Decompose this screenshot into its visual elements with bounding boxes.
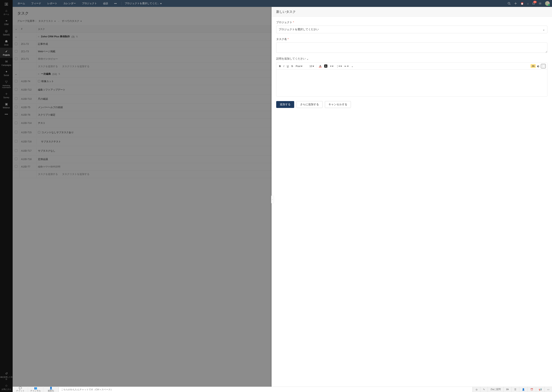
survey-icon: ✧	[5, 92, 8, 96]
sidebar-item-projects[interactable]: ✓ Projects	[0, 48, 13, 58]
sidebar-item-survey[interactable]: ✧ Survey	[0, 90, 13, 100]
more-button[interactable]: ⌄	[350, 64, 354, 68]
sidebar-item-more[interactable]: •••	[0, 111, 13, 118]
gear-icon[interactable]	[538, 2, 542, 5]
contact-icon: 👤	[43, 387, 58, 389]
project-field-label: プロジェクト *	[276, 21, 547, 24]
indent-button[interactable]: ⇤ ▾	[343, 64, 350, 68]
svg-point-1	[540, 3, 540, 4]
nav-project[interactable]: プロジェクト	[79, 0, 99, 7]
description-toggle[interactable]: 説明を追加してください ⌄	[276, 57, 547, 61]
fullscreen-button[interactable]: ⛶	[541, 64, 546, 68]
bb-zia-icon[interactable]: ZA	[503, 387, 511, 392]
panel-title: 新しいタスク	[272, 7, 552, 17]
font-size-select[interactable]: 13 ▾	[308, 64, 315, 68]
sidebar-collapse-icon[interactable]	[0, 1, 13, 7]
italic-button[interactable]: I	[282, 64, 285, 68]
sidebar-item-label: Marketing Automation	[0, 84, 13, 89]
bb-user-icon[interactable]: 👤	[519, 387, 527, 392]
bottombar-tabs: 💬 チャット 👥 チャンネル 👤 連絡先	[13, 386, 59, 392]
salesiq-icon: ◎	[5, 29, 8, 33]
app-root: ⌂ ホーム ⚭ CRM ◎ SalesIQ ☗ Desk ✓ Projects …	[0, 0, 552, 392]
notification-badge: 50	[533, 1, 537, 3]
task-name-label: タスク名 *	[276, 37, 547, 41]
channel-icon: 👥	[28, 387, 43, 389]
desk-icon: ☗	[5, 39, 8, 43]
sidebar-item-home[interactable]: ⌂ ホーム	[0, 7, 13, 17]
nav-more[interactable]: •••	[112, 0, 120, 7]
bb-tab-contacts[interactable]: 👤 連絡先	[43, 386, 59, 392]
quick-chat-input[interactable]	[59, 387, 473, 392]
sidebar-item-label: Survey	[3, 97, 9, 99]
sidebar-item-crm[interactable]: ⚭ CRM	[0, 17, 13, 27]
chevron-down-icon: ▾	[347, 65, 349, 68]
project-select-input[interactable]: プロジェクトを選択してください ⌄	[276, 26, 547, 33]
add-button[interactable]: 追加する	[276, 101, 294, 108]
sidebar-item-label: ホーム	[3, 13, 9, 15]
sidebar-item-favorites[interactable]: ☆ お気に入り	[0, 382, 13, 392]
more-icon: •••	[5, 112, 8, 116]
plus-icon[interactable]	[514, 2, 517, 5]
bold-button[interactable]: B	[278, 64, 282, 68]
nav-conversation[interactable]: 会話	[100, 0, 111, 7]
chevron-down-icon: ⌄	[306, 57, 309, 60]
nav-calendar[interactable]: カレンダー	[61, 0, 78, 7]
sidebar-item-webinar[interactable]: ▣ Webinar	[0, 100, 13, 111]
avatar[interactable]	[545, 1, 550, 6]
align-button[interactable]: ≡ ▾	[329, 64, 335, 68]
sidebar-item-label: Webinar	[3, 107, 10, 109]
sidebar-item-label: お気に入り	[1, 388, 11, 391]
nav-home[interactable]: ホーム	[15, 0, 28, 7]
chevron-down-icon: ▾	[160, 2, 162, 5]
add-more-button[interactable]: さらに追加する	[297, 101, 323, 108]
bb-tab-chat[interactable]: 💬 チャット	[13, 386, 28, 392]
sidebar-item-social[interactable]: ✦ Social	[0, 68, 13, 78]
underline-button[interactable]: U	[286, 64, 290, 68]
rich-text-editor: B I U S Puvi ▾ 13 ▾ A A ≡ ▾	[276, 63, 547, 97]
bb-target-icon[interactable]: ◎	[473, 387, 480, 392]
bb-speaker-icon[interactable]: 📢	[536, 387, 544, 392]
shop-icon[interactable]: ⌂	[527, 2, 529, 5]
sidebar-item-label: SalesIQ	[3, 34, 10, 36]
chevron-down-icon: ▾	[332, 65, 333, 68]
alarm-icon[interactable]: ⏰	[521, 2, 524, 5]
sidebar-item-label: Projects	[3, 54, 10, 56]
strikethrough-button[interactable]: S	[290, 64, 294, 68]
font-color-button[interactable]: A	[318, 64, 323, 68]
task-name-input[interactable]	[276, 42, 547, 53]
campaigns-icon: ✉	[5, 60, 8, 63]
home-icon: ⌂	[5, 9, 7, 13]
sidebar-item-recent[interactable]: ↺ 最近使用した項目	[0, 370, 13, 382]
search-icon[interactable]	[508, 2, 511, 5]
bb-alarm-icon[interactable]: ⏰	[527, 387, 536, 392]
bb-present-icon[interactable]: ▭	[544, 387, 552, 392]
sidebar-item-desk[interactable]: ☗ Desk	[0, 37, 13, 48]
chevron-down-icon: ⌄	[543, 28, 545, 31]
zia-button[interactable]: ZA	[531, 64, 536, 68]
bell-icon[interactable]: 50	[532, 2, 535, 5]
list-button[interactable]: ⋮≡ ▾	[335, 64, 343, 68]
font-family-select[interactable]: Puvi ▾	[295, 64, 308, 68]
projects-icon: ✓	[5, 49, 8, 53]
project-select[interactable]: プロジェクトを選択してくだ... ▾	[124, 2, 163, 5]
cancel-button[interactable]: キャンセルする	[325, 101, 351, 108]
sidebar-item-salesiq[interactable]: ◎ SalesIQ	[0, 27, 13, 37]
panel-collapse-handle[interactable]: ‹	[271, 196, 274, 203]
sidebar-item-label: CRM	[4, 23, 9, 26]
sidebar-item-marketing-automation[interactable]: ▽ Marketing Automation	[0, 78, 13, 90]
bb-zia[interactable]: Ziaに質問	[488, 387, 503, 392]
theme-button[interactable]: ◐	[536, 64, 540, 68]
panel-actions: 追加する さらに追加する キャンセルする	[276, 101, 547, 108]
rte-textarea[interactable]	[276, 70, 547, 97]
nav-feed[interactable]: フィード	[28, 0, 44, 7]
chevron-down-icon: ▾	[313, 65, 314, 68]
bg-color-button[interactable]: A	[323, 64, 328, 68]
svg-point-0	[508, 2, 510, 4]
nav-report[interactable]: レポート	[45, 0, 60, 7]
bb-tool-icon[interactable]: ✎	[480, 387, 488, 392]
bb-tab-channel[interactable]: 👥 チャンネル	[28, 386, 43, 392]
sidebar-item-label: 最近使用した項目	[0, 376, 13, 380]
bb-list-icon[interactable]: ☰	[511, 387, 519, 392]
chevron-down-icon: ▾	[301, 65, 302, 68]
sidebar-item-campaigns[interactable]: ✉ Campaigns	[0, 58, 13, 68]
